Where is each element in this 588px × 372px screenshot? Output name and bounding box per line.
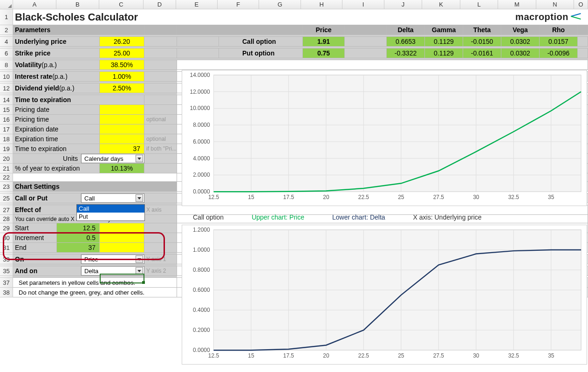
dd-item-call[interactable]: Call	[77, 205, 144, 213]
pricing-date-label: Pricing date	[13, 105, 100, 114]
row-1[interactable]: 1	[0, 9, 13, 25]
col-A[interactable]: A	[13, 0, 56, 9]
start-override[interactable]	[100, 223, 144, 233]
chevron-down-icon[interactable]	[136, 267, 143, 275]
legend-lower: Lower chart: Delta	[332, 214, 385, 221]
svg-text:0.4000: 0.4000	[193, 307, 210, 313]
strike-input[interactable]: 25.00	[100, 48, 144, 58]
col-H[interactable]: H	[301, 0, 342, 9]
col-M[interactable]: M	[498, 0, 536, 9]
row-37[interactable]: 37	[0, 278, 13, 288]
col-F[interactable]: F	[218, 0, 259, 9]
end-override[interactable]	[100, 243, 144, 252]
chevron-down-icon[interactable]	[136, 255, 143, 263]
chevron-down-icon[interactable]	[136, 194, 143, 202]
row-35[interactable]: 35	[0, 266, 13, 276]
tte-input[interactable]: 37	[100, 144, 144, 153]
call-put-dropdown[interactable]: Call Call Put	[81, 193, 144, 203]
svg-text:35: 35	[548, 194, 554, 200]
row-6[interactable]: 6	[0, 48, 13, 58]
row-38[interactable]: 38	[0, 288, 13, 297]
exp-date-label: Expiration date	[13, 124, 100, 134]
row-19[interactable]: 19	[0, 144, 13, 154]
row-18[interactable]: 18	[0, 134, 13, 144]
row-15[interactable]: 15	[0, 105, 13, 115]
call-gamma: 0.1129	[425, 37, 463, 46]
row-21[interactable]: 21	[0, 164, 13, 173]
svg-text:35: 35	[548, 352, 554, 359]
and-on-dropdown[interactable]: Delta	[81, 266, 144, 276]
row-12[interactable]: 12	[0, 83, 13, 93]
row-30[interactable]: 30	[0, 233, 13, 243]
svg-text:32.5: 32.5	[508, 194, 520, 200]
pricing-date-input[interactable]	[100, 105, 144, 114]
underlying-label: Underlying price	[13, 37, 100, 46]
price-chart[interactable]: 0.00002.00004.00006.00008.000010.000012.…	[182, 70, 587, 206]
row-25[interactable]: 25	[0, 193, 13, 203]
col-O[interactable]: O	[574, 0, 588, 9]
svg-text:6.0000: 6.0000	[193, 138, 210, 145]
col-N[interactable]: N	[536, 0, 574, 9]
row-33[interactable]: 33	[0, 255, 13, 264]
row-16[interactable]: 16	[0, 115, 13, 124]
col-G[interactable]: G	[259, 0, 301, 9]
row-14[interactable]: 14	[0, 95, 13, 105]
row-4[interactable]: 4	[0, 37, 13, 47]
chevron-down-icon[interactable]	[136, 155, 143, 162]
row-31[interactable]: 31	[0, 243, 13, 253]
row-10[interactable]: 10	[0, 72, 13, 82]
units-dropdown[interactable]: Calendar days	[81, 154, 144, 163]
col-B[interactable]: B	[56, 0, 99, 9]
call-put-label: Call or Put	[13, 193, 81, 203]
vol-input[interactable]: 38.50%	[100, 60, 144, 69]
end-label: End	[13, 243, 57, 252]
underlying-input[interactable]: 26.20	[100, 37, 144, 46]
greek-hdr-rho: Rho	[540, 25, 578, 34]
call-put-dropdown-list[interactable]: Call Put	[76, 204, 145, 221]
row-28[interactable]: 28	[0, 215, 13, 223]
on-dropdown[interactable]: Price	[81, 255, 144, 264]
call-label: Call option	[219, 37, 303, 46]
parameters-header: Parameters	[13, 25, 144, 34]
worksheet-grid[interactable]: Black-Scholes Calculator macroption Para…	[13, 9, 588, 297]
row-8[interactable]: 8	[0, 60, 13, 70]
div-input[interactable]: 2.50%	[100, 83, 144, 93]
col-J[interactable]: J	[384, 0, 422, 9]
help-text-1: Set parameters in yellow cells and combo…	[13, 278, 177, 287]
svg-text:0.0000: 0.0000	[193, 188, 210, 195]
col-I[interactable]: I	[342, 0, 384, 9]
svg-text:10.0000: 10.0000	[190, 105, 210, 111]
row-2[interactable]: 2	[0, 25, 13, 35]
svg-text:1.2000: 1.2000	[193, 227, 210, 233]
exp-date-input[interactable]	[100, 124, 144, 134]
svg-text:27.5: 27.5	[433, 194, 444, 200]
inc-override[interactable]	[100, 233, 144, 242]
row-22[interactable]: 22	[0, 173, 13, 182]
svg-text:25: 25	[398, 194, 404, 200]
pricing-time-input[interactable]	[100, 115, 144, 124]
dd-item-put[interactable]: Put	[77, 213, 144, 220]
col-K[interactable]: K	[422, 0, 460, 9]
inc-label: Increment	[13, 233, 57, 242]
select-all-corner[interactable]	[0, 0, 13, 9]
rate-input[interactable]: 1.00%	[100, 72, 144, 81]
greek-hdr-gamma: Gamma	[425, 25, 463, 34]
exp-time-input[interactable]	[100, 134, 144, 144]
row-17[interactable]: 17	[0, 124, 13, 134]
row-20[interactable]: 20	[0, 154, 13, 164]
note-xaxis: X axis	[144, 205, 177, 214]
greek-hdr-theta: Theta	[463, 25, 501, 34]
col-E[interactable]: E	[176, 0, 218, 9]
col-C[interactable]: C	[99, 0, 144, 9]
row-27[interactable]: 27	[0, 205, 13, 215]
row-29[interactable]: 29	[0, 223, 13, 233]
note-yaxis2: Y axis 2	[144, 266, 177, 276]
col-D[interactable]: D	[144, 0, 176, 9]
on-label: On	[13, 255, 81, 264]
tte-header: Time to expiration	[13, 95, 144, 104]
col-L[interactable]: L	[460, 0, 498, 9]
legend-upper: Upper chart: Price	[252, 214, 304, 221]
delta-chart[interactable]: 0.00000.20000.40000.60000.80001.00001.20…	[182, 225, 587, 365]
row-23[interactable]: 23	[0, 182, 13, 192]
greek-hdr-vega: Vega	[501, 25, 540, 34]
